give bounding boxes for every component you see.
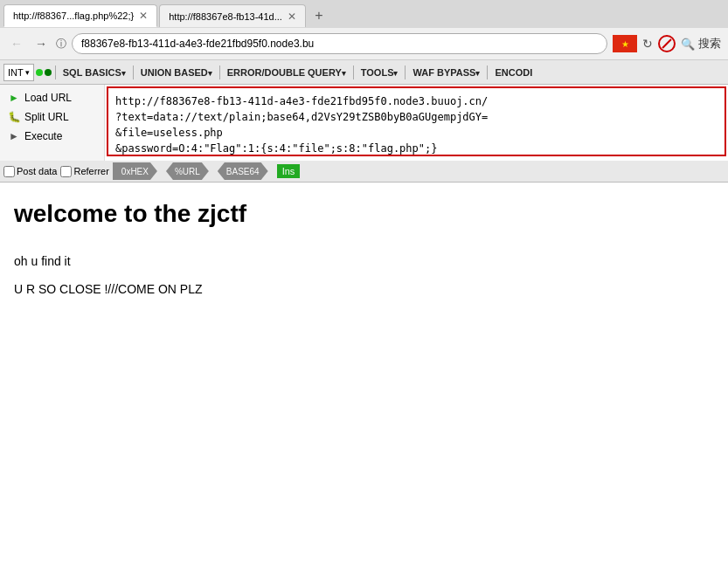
sqlmap-toolbar: INT ▾ SQL BASICS UNION BASED ERROR/DOUBL… — [0, 60, 728, 85]
url-box-wrapper — [105, 85, 728, 161]
post-data-checkbox[interactable] — [3, 166, 15, 177]
search-label: 搜索 — [698, 36, 721, 52]
menu-waf-bypass[interactable]: WAF BYPASS — [409, 66, 483, 79]
content-area: welcome to the zjctf oh u find it U R SO… — [0, 183, 728, 327]
post-data-checkbox-group: Post data — [3, 166, 57, 177]
china-flag-icon — [613, 35, 637, 52]
base64-arrow-group: BASE64 — [218, 162, 268, 180]
sidebar-item-execute[interactable]: ► Execute — [0, 127, 104, 146]
percent-url-arrow-btn[interactable]: %URL — [166, 162, 209, 180]
tab-1-close[interactable]: ✕ — [139, 10, 148, 22]
sep-1 — [55, 65, 56, 79]
referrer-checkbox-group: Referrer — [60, 166, 108, 177]
forward-button[interactable]: → — [31, 34, 51, 53]
hex-arrow-btn[interactable]: 0xHEX — [113, 162, 157, 180]
referrer-label: Referrer — [73, 166, 108, 176]
dot-darkgreen — [45, 69, 52, 76]
dot-green — [36, 69, 43, 76]
load-url-icon: ► — [7, 91, 21, 105]
referrer-checkbox[interactable] — [60, 166, 72, 177]
tab-2-title: http://f88367e8-fb13-41d... — [169, 11, 282, 22]
load-url-label: Load URL — [24, 92, 72, 104]
menu-union-based[interactable]: UNION BASED — [137, 66, 216, 79]
back-button[interactable]: ← — [7, 34, 26, 53]
post-data-label: Post data — [17, 166, 57, 176]
left-sidebar: ► Load URL 🐛 Split URL ► Execute — [0, 85, 105, 161]
menu-tools[interactable]: TOOLS — [357, 66, 402, 79]
sep-6 — [487, 65, 488, 79]
level-label: INT — [8, 67, 24, 78]
menu-error-double[interactable]: ERROR/DOUBLE QUERY — [224, 66, 350, 79]
tab-1[interactable]: http://f88367...flag.php%22;} ✕ — [3, 4, 157, 27]
no-sign-icon — [658, 35, 676, 52]
tab-1-title: http://f88367...flag.php%22;} — [13, 10, 134, 21]
sep-4 — [353, 65, 354, 79]
sep-5 — [405, 65, 406, 79]
ins-button[interactable]: Ins — [277, 164, 301, 178]
content-line2: U R SO CLOSE !///COME ON PLZ — [14, 282, 714, 296]
level-arrow: ▾ — [25, 68, 30, 77]
sep-2 — [133, 65, 134, 79]
percent-url-arrow-group: %URL — [166, 162, 209, 180]
menu-encodi[interactable]: ENCODI — [491, 66, 536, 79]
tab-2[interactable]: http://f88367e8-fb13-41d... ✕ — [159, 4, 306, 27]
welcome-heading: welcome to the zjctf — [14, 200, 714, 228]
address-bar: ← → ⓘ ↻ 🔍 搜索 — [0, 28, 728, 59]
search-icon: 🔍 — [681, 38, 695, 51]
encode-toolbar: Post data Referrer 0xHEX %URL BASE64 Ins — [0, 161, 728, 183]
tab-bar: http://f88367...flag.php%22;} ✕ http://f… — [0, 0, 728, 28]
execute-icon: ► — [7, 129, 21, 143]
search-area: 🔍 搜索 — [681, 36, 721, 52]
status-dots — [36, 69, 52, 76]
new-tab-button[interactable]: + — [308, 4, 330, 27]
url-textbox[interactable] — [107, 86, 726, 156]
execute-label: Execute — [24, 130, 62, 142]
menu-sql-basics[interactable]: SQL BASICS — [59, 66, 129, 79]
level-select[interactable]: INT ▾ — [3, 64, 34, 81]
sep-3 — [219, 65, 220, 79]
split-url-icon: 🐛 — [7, 110, 21, 124]
split-url-label: Split URL — [24, 111, 69, 123]
content-line1: oh u find it — [14, 254, 714, 268]
sidebar-item-load-url[interactable]: ► Load URL — [0, 88, 104, 107]
browser-chrome: http://f88367...flag.php%22;} ✕ http://f… — [0, 0, 728, 60]
base64-arrow-btn[interactable]: BASE64 — [218, 162, 268, 180]
sidebar-item-split-url[interactable]: 🐛 Split URL — [0, 107, 104, 127]
hex-arrow-group: 0xHEX — [113, 162, 157, 180]
reload-button[interactable]: ↻ — [642, 37, 653, 51]
url-input[interactable] — [72, 33, 607, 54]
security-icon: ⓘ — [56, 37, 66, 52]
tab-2-close[interactable]: ✕ — [288, 10, 296, 23]
